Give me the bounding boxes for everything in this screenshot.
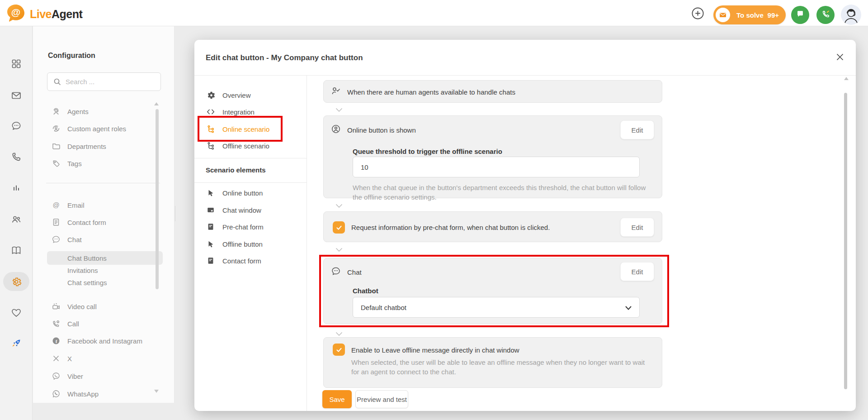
calls-status-button[interactable]	[816, 6, 835, 24]
chats-status-button[interactable]	[791, 6, 809, 24]
rail-item-dashboard[interactable]	[0, 54, 33, 74]
chat-dots-icon	[51, 235, 61, 244]
chatbot-select[interactable]: Default chatbot	[353, 297, 640, 318]
folder-icon	[51, 142, 61, 151]
rail-item-getting-started[interactable]	[0, 334, 33, 353]
modal-scrollbar-thumb[interactable]	[844, 93, 847, 389]
queue-threshold-label: Queue threshold to trigger the offline s…	[353, 148, 502, 155]
modal-nav-offline-scenario[interactable]: Offline scenario	[199, 138, 301, 153]
prechat-checkbox[interactable]	[333, 221, 345, 234]
modal-nav-pre-chat-form[interactable]: Pre-chat form	[199, 220, 301, 234]
config-item-call[interactable]: Call	[47, 317, 163, 330]
config-item-video-call[interactable]: Video call	[47, 300, 163, 313]
tag-icon	[51, 159, 61, 168]
svg-text:@: @	[11, 7, 20, 17]
chevron-down-icon	[335, 202, 343, 206]
x-logo-icon	[51, 354, 61, 363]
config-item-x[interactable]: X	[47, 352, 163, 365]
logo-bubble-icon: @	[5, 4, 26, 24]
rail-item-configuration[interactable]	[0, 272, 33, 291]
svg-text:@: @	[52, 201, 59, 209]
app-screen: @ LiveAgent To solve 99+	[0, 0, 868, 420]
offline-message-description: When selected, the user will be able to …	[351, 358, 652, 377]
config-item-facebook-instagram[interactable]: f Facebook and Instagram	[47, 334, 163, 348]
to-solve-label: To solve	[736, 11, 764, 19]
form-icon	[205, 257, 216, 265]
preview-and-test-button[interactable]: Preview and test	[355, 390, 408, 408]
modal-nav-integration[interactable]: Integration	[199, 105, 301, 119]
video-call-icon	[51, 302, 61, 311]
facebook-icon: f	[51, 336, 61, 345]
config-divider	[46, 183, 160, 183]
config-item-contact-form[interactable]: Contact form	[47, 215, 163, 229]
edit-chat-button[interactable]: Edit	[620, 262, 654, 281]
at-icon: @	[51, 200, 61, 210]
rail-item-customers[interactable]	[0, 209, 33, 229]
agent-avatar[interactable]	[841, 5, 861, 25]
online-button-shown-label: Online button is shown	[347, 126, 416, 134]
roles-icon	[51, 124, 61, 133]
config-scroll-up-arrow[interactable]	[154, 102, 159, 105]
liveagent-logo[interactable]: @ LiveAgent	[5, 4, 82, 24]
rail-item-calls[interactable]	[0, 147, 33, 167]
config-item-chat[interactable]: Chat	[47, 233, 163, 246]
app-rail	[0, 26, 33, 420]
config-item-tags[interactable]: Tags	[47, 157, 163, 170]
to-solve-count: 99+	[768, 11, 779, 19]
configuration-title: Configuration	[48, 52, 95, 60]
config-item-chat-buttons[interactable]: Chat Buttons	[47, 251, 163, 265]
agents-available-label: When there are human agents available to…	[347, 88, 515, 96]
modal-nav-section-divider	[194, 182, 307, 183]
scenario-branch-icon	[205, 124, 216, 134]
rail-item-suggestions[interactable]	[0, 303, 33, 323]
to-solve-badge[interactable]: To solve 99+	[713, 5, 786, 24]
search-icon	[53, 78, 61, 86]
create-new-button[interactable]	[691, 7, 704, 20]
chatbot-label: Chatbot	[353, 287, 378, 295]
config-search[interactable]	[47, 72, 161, 91]
config-item-custom-agent-roles[interactable]: Custom agent roles	[47, 122, 163, 135]
rail-item-tickets[interactable]	[0, 86, 33, 105]
chatbot-select-value: Default chatbot	[361, 304, 406, 311]
search-input[interactable]	[66, 78, 151, 86]
agents-available-card[interactable]: When there are human agents available to…	[323, 80, 662, 103]
modal-nav-online-button[interactable]: Online button	[199, 186, 301, 200]
config-item-viber[interactable]: Viber	[47, 369, 163, 383]
config-item-whatsapp[interactable]: WhatsApp	[47, 387, 163, 401]
config-item-email[interactable]: @ Email	[47, 198, 163, 212]
prechat-form-card: Request information by pre-chat form, wh…	[323, 211, 662, 242]
config-item-chat-settings[interactable]: Chat settings	[47, 276, 163, 289]
chat-bubble-icon	[331, 266, 341, 278]
pointer-icon	[205, 240, 216, 248]
logo-text: LiveAgent	[30, 8, 82, 21]
viber-icon	[51, 372, 61, 381]
scenario-branch-icon	[205, 141, 216, 150]
modal-nav-online-scenario[interactable]: Online scenario	[199, 122, 301, 136]
config-scroll-down-arrow[interactable]	[154, 390, 159, 393]
offline-message-checkbox[interactable]	[333, 344, 345, 356]
modal-nav-overview[interactable]: Overview	[199, 88, 301, 102]
queue-threshold-input[interactable]	[353, 157, 640, 177]
close-icon[interactable]	[833, 50, 847, 64]
rail-item-chats[interactable]	[0, 116, 33, 136]
prechat-label: Request information by pre-chat form, wh…	[351, 224, 550, 231]
rail-item-reports[interactable]	[0, 178, 33, 198]
config-item-departments[interactable]: Departments	[47, 139, 163, 153]
person-check-icon	[331, 86, 341, 98]
scenario-elements-heading: Scenario elements	[206, 166, 266, 174]
config-scrollbar-thumb[interactable]	[156, 109, 159, 289]
save-button[interactable]: Save	[322, 390, 352, 408]
edit-prechat-button[interactable]: Edit	[620, 218, 654, 237]
modal-scroll-up-arrow[interactable]	[844, 77, 849, 80]
modal-nav-offline-button[interactable]: Offline button	[199, 237, 301, 251]
modal-nav-divider	[307, 76, 307, 411]
svg-text:f: f	[56, 339, 57, 344]
modal-nav-contact-form[interactable]: Contact form	[199, 253, 301, 268]
modal-header-divider	[194, 75, 856, 76]
phone-icon	[821, 10, 830, 21]
edit-online-button[interactable]: Edit	[620, 120, 654, 139]
rail-item-knowledge-base[interactable]	[0, 240, 33, 260]
modal-nav-chat-window[interactable]: Chat window	[199, 203, 301, 217]
config-item-invitations[interactable]: Invitations	[47, 263, 163, 277]
config-item-agents[interactable]: Agents	[47, 105, 163, 118]
